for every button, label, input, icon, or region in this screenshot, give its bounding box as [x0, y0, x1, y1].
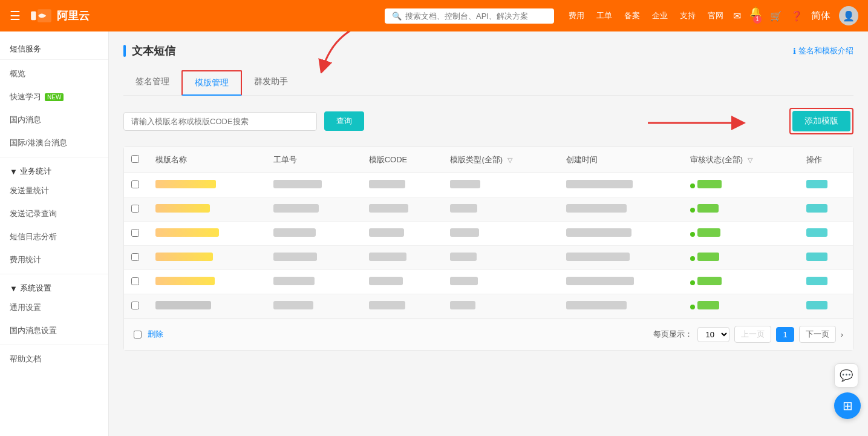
table-row	[124, 222, 853, 246]
cell-action[interactable]	[806, 277, 827, 285]
avatar[interactable]: 👤	[839, 6, 858, 25]
sidebar-group-settings[interactable]: ▼ 系统设置	[0, 277, 108, 296]
tabs-container: 签名管理 模版管理 群发助手	[123, 70, 853, 96]
status-dot	[690, 280, 695, 285]
next-page-button[interactable]: 下一页	[799, 326, 836, 343]
add-btn-highlight-box: 添加模版	[789, 108, 853, 134]
sidebar-label-sendlog: 发送记录查询	[10, 208, 57, 219]
help-icon[interactable]: ❓	[791, 10, 803, 22]
cell-type	[450, 228, 479, 237]
pagination-controls: 每页显示： 10 20 50 上一页 1 下一页 ›	[653, 326, 843, 343]
nav-link-filing[interactable]: 备案	[624, 10, 640, 21]
sidebar-item-helpdoc[interactable]: 帮助文档	[0, 348, 108, 371]
page-title-row: 文本短信 ℹ 签名和模板介绍	[123, 44, 853, 58]
prev-page-button[interactable]: 上一页	[734, 326, 771, 343]
cell-code	[369, 204, 408, 213]
cell-code	[369, 301, 405, 309]
search-input[interactable]	[405, 12, 547, 21]
cell-name	[155, 180, 216, 188]
cell-created	[566, 277, 634, 285]
float-grid-button[interactable]: ⊞	[834, 392, 861, 419]
cell-action[interactable]	[806, 228, 827, 237]
sidebar-item-quicklearn[interactable]: 快速学习 NEW	[0, 85, 108, 108]
nav-link-enterprise[interactable]: 企业	[652, 10, 668, 21]
col-ticket: 工单号	[266, 147, 361, 173]
row-checkbox[interactable]	[131, 302, 139, 309]
cell-action[interactable]	[806, 204, 827, 213]
sidebar-item-feestat[interactable]: 费用统计	[0, 248, 108, 271]
nav-link-official[interactable]: 官网	[708, 10, 723, 21]
cell-code	[369, 253, 406, 261]
select-all-checkbox[interactable]	[131, 155, 139, 163]
current-page-button[interactable]: 1	[776, 327, 794, 342]
sidebar-group-business[interactable]: ▼ 业务统计	[0, 160, 108, 179]
hamburger-menu[interactable]: ☰	[10, 8, 21, 23]
cart-icon[interactable]: 🛒	[770, 10, 782, 22]
sidebar-item-dmsgsettings[interactable]: 国内消息设置	[0, 319, 108, 342]
tab-broadcast[interactable]: 群发助手	[242, 70, 300, 96]
title-accent-bar	[123, 45, 126, 57]
title-link[interactable]: ℹ 签名和模板介绍	[793, 45, 853, 56]
svg-rect-0	[31, 12, 36, 20]
search-row: 查询 添加模版	[123, 108, 853, 134]
cell-created	[566, 301, 627, 309]
cell-ticket	[273, 204, 319, 213]
col-created: 创建时间	[559, 147, 684, 173]
sidebar-item-sendstat[interactable]: 发送量统计	[0, 179, 108, 202]
filter-icon-type[interactable]: ▽	[507, 156, 512, 164]
cell-action[interactable]	[806, 253, 827, 261]
mail-icon[interactable]: ✉	[733, 10, 741, 22]
sidebar-item-overview[interactable]: 概览	[0, 62, 108, 85]
title-link-text[interactable]: 签名和模板介绍	[798, 45, 853, 56]
cell-type	[450, 277, 478, 285]
status-dot	[690, 208, 695, 213]
nav-link-ticket[interactable]: 工单	[596, 10, 612, 21]
delete-button[interactable]: 删除	[148, 329, 163, 340]
cell-action[interactable]	[806, 301, 827, 309]
sidebar-item-intl[interactable]: 国际/港澳台消息	[0, 131, 108, 154]
cell-ticket	[273, 301, 313, 309]
row-checkbox[interactable]	[131, 277, 139, 285]
nav-link-support[interactable]: 支持	[680, 10, 696, 21]
float-chat-button[interactable]: 💬	[834, 363, 858, 388]
status-dot	[690, 232, 695, 237]
search-button[interactable]: 查询	[324, 111, 364, 131]
cell-status	[697, 204, 719, 213]
pagination-checkbox[interactable]	[134, 331, 142, 339]
template-search-input[interactable]	[123, 112, 317, 131]
table-row	[124, 173, 853, 197]
sidebar-label-sendstat: 发送量统计	[10, 185, 49, 196]
nav-link-fees[interactable]: 费用	[569, 10, 584, 21]
row-checkbox[interactable]	[131, 253, 139, 261]
cell-action[interactable]	[806, 180, 827, 188]
cell-name	[155, 301, 211, 309]
main-layout: 短信服务 概览 快速学习 NEW 国内消息 国际/港澳台消息 ▼ 业务统计 发送…	[0, 31, 868, 436]
sidebar-item-smslog[interactable]: 短信日志分析	[0, 225, 108, 248]
status-dot	[690, 305, 695, 309]
cell-created	[566, 204, 627, 213]
cell-name	[155, 204, 210, 213]
global-search[interactable]: 🔍	[385, 8, 554, 24]
page-size-select[interactable]: 10 20 50	[697, 327, 729, 342]
cell-status	[697, 301, 719, 309]
sidebar-item-general[interactable]: 通用设置	[0, 296, 108, 319]
template-table: 模版名称 工单号 模版CODE 模版类型(全部) ▽ 创建时间 审核状态(全部)…	[123, 147, 853, 351]
col-type[interactable]: 模版类型(全部) ▽	[443, 147, 558, 173]
col-status[interactable]: 审核状态(全部) ▽	[683, 147, 798, 173]
tab-template[interactable]: 模版管理	[181, 70, 242, 96]
bell-icon[interactable]: 🔔1	[749, 6, 762, 26]
next-page-icon: ›	[841, 330, 843, 339]
add-template-button[interactable]: 添加模版	[792, 111, 850, 131]
tab-signature[interactable]: 签名管理	[123, 70, 181, 96]
sidebar-item-domestic[interactable]: 国内消息	[0, 108, 108, 131]
col-action: 操作	[799, 147, 853, 173]
row-checkbox[interactable]	[131, 205, 139, 213]
lang-switch[interactable]: 简体	[811, 10, 830, 22]
row-checkbox[interactable]	[131, 229, 139, 237]
table-row	[124, 246, 853, 270]
filter-icon-status[interactable]: ▽	[748, 156, 752, 164]
sidebar-item-sendlog[interactable]: 发送记录查询	[0, 202, 108, 225]
pagination-row: 删除 每页显示： 10 20 50 上一页 1 下一页 ›	[124, 318, 853, 350]
table-row	[124, 270, 853, 294]
row-checkbox[interactable]	[131, 180, 139, 188]
